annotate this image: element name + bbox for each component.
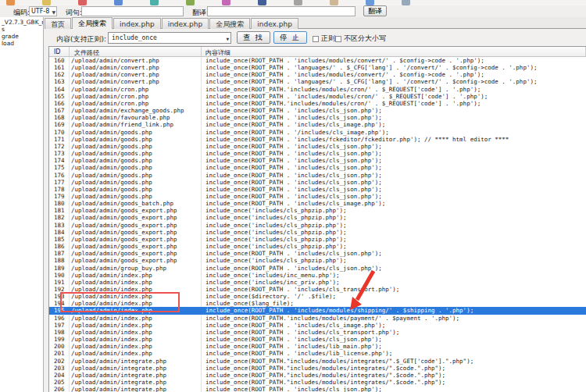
cell-path: /upload/admin/convert.php <box>70 64 202 71</box>
cell-path: /upload/admin/index.php <box>70 272 202 279</box>
cell-detail: include_once(ROOT_PATH.'includes/modules… <box>202 86 586 93</box>
table-row[interactable]: 166/upload/admin/cron.phpinclude_once(RO… <box>49 100 586 107</box>
cell-id: 170 <box>49 129 70 136</box>
toolbar-icon[interactable] <box>258 0 266 5</box>
table-row[interactable]: 171/upload/admin/goods.phpinclude_once(R… <box>49 136 586 143</box>
table-row[interactable]: 189/upload/admin/group_buy.phpinclude_on… <box>49 265 586 272</box>
table-row[interactable]: 206/upload/admin/integrate.phpinclude_on… <box>49 386 586 392</box>
cell-path: /upload/admin/goods.php <box>70 129 202 136</box>
cell-path: /upload/admin/friend_link.php <box>70 121 202 128</box>
tab-index.php[interactable]: index.php <box>162 18 209 29</box>
cell-path: /upload/admin/goods_export.php <box>70 229 202 236</box>
table-row[interactable]: 182/upload/admin/goods_export.phpinclude… <box>49 214 586 221</box>
table-row[interactable]: 196/upload/admin/index.phpinclude_once(R… <box>49 315 586 322</box>
table-row[interactable]: 202/upload/admin/integrate.phpinclude_on… <box>49 358 586 365</box>
tree-item[interactable]: load <box>0 40 43 47</box>
table-row[interactable]: 161/upload/admin/convert.phpinclude_once… <box>49 64 586 71</box>
table-row[interactable]: 201/upload/admin/index.phpinclude_once(R… <box>49 350 586 357</box>
table-row[interactable]: 205/upload/admin/integrate.phpinclude_on… <box>49 379 586 386</box>
tree-item[interactable]: grade <box>0 33 43 40</box>
table-row[interactable]: 174/upload/admin/goods.phpinclude_once(R… <box>49 157 586 164</box>
translate-input[interactable] <box>207 6 356 16</box>
toolbar-icon[interactable] <box>78 0 87 5</box>
table-row[interactable]: 195/upload/admin/index.phpinclude_once(R… <box>49 307 586 314</box>
header-detail[interactable]: 内容详细 <box>202 47 586 56</box>
table-row[interactable]: 188/upload/admin/goods_export.phpinclude… <box>49 257 586 264</box>
toolbar-icon[interactable] <box>366 0 374 5</box>
stop-button[interactable]: 停 止 <box>273 31 307 44</box>
table-row[interactable]: 173/upload/admin/goods.phpinclude_once(R… <box>49 150 586 157</box>
toolbar-icon[interactable] <box>150 0 159 5</box>
translate-button[interactable]: 翻译 <box>363 5 387 16</box>
table-row[interactable]: 176/upload/admin/goods.phpinclude_once(R… <box>49 172 586 179</box>
toolbar-icon[interactable] <box>222 0 230 5</box>
search-input[interactable]: include_once ▼ <box>108 32 231 44</box>
table-row[interactable]: 160/upload/admin/convert.phpinclude_once… <box>49 57 586 64</box>
table-row[interactable]: 181/upload/admin/goods_export.phpinclude… <box>49 207 586 214</box>
tab-首页[interactable]: 首页 <box>45 18 71 29</box>
table-row[interactable]: 184/upload/admin/goods_export.phpinclude… <box>49 229 586 236</box>
cell-id: 174 <box>49 157 70 164</box>
table-row[interactable]: 165/upload/admin/cron.phpinclude_once(RO… <box>49 93 586 100</box>
table-row[interactable]: 180/upload/admin/goods_batch.phpinclude_… <box>49 200 586 207</box>
file-tree-panel[interactable]: _V2.7.3_GBK_relesgradeload <box>0 17 44 392</box>
table-row[interactable]: 172/upload/admin/goods.phpinclude_once(R… <box>49 143 586 150</box>
regex-checkbox[interactable]: 正则 <box>313 34 335 44</box>
cell-id: 195 <box>49 307 70 314</box>
table-row[interactable]: 186/upload/admin/goods_export.phpinclude… <box>49 243 586 250</box>
tab-全局搜索[interactable]: 全局搜索 <box>209 18 250 29</box>
table-row[interactable]: 178/upload/admin/goods.phpinclude_once(R… <box>49 186 586 193</box>
cell-detail: include_once(ROOT_PATH . 'includes/modul… <box>202 307 586 314</box>
table-row[interactable]: 194/upload/admin/index.phpinclude_once($… <box>49 300 586 307</box>
toolbar-icon[interactable] <box>186 0 195 5</box>
table-row[interactable]: 191/upload/admin/index.phpinclude_once('… <box>49 279 586 286</box>
table-row[interactable]: 187/upload/admin/goods_export.phpinclude… <box>49 250 586 257</box>
table-row[interactable]: 200/upload/admin/index.phpinclude_once(R… <box>49 343 586 350</box>
table-row[interactable]: 169/upload/admin/friend_link.phpinclude_… <box>49 121 586 128</box>
toolbar-icon[interactable] <box>114 0 123 5</box>
tab-index.php[interactable]: index.php <box>251 18 298 29</box>
table-row[interactable]: 199/upload/admin/index.phpinclude_once(R… <box>49 336 586 343</box>
table-row[interactable]: 203/upload/admin/integrate.phpinclude_on… <box>49 365 586 372</box>
phrase-input[interactable] <box>81 6 184 16</box>
table-row[interactable]: 168/upload/admin/favourable.phpinclude_o… <box>49 114 586 121</box>
header-id[interactable]: ID <box>49 47 70 56</box>
toolbar-icon[interactable] <box>402 0 410 5</box>
toolbar-icon[interactable] <box>6 0 15 5</box>
tree-item[interactable]: s <box>0 26 43 33</box>
find-button[interactable]: 查 找 <box>237 31 270 44</box>
cell-detail: include_once(ROOT_PATH."includes/modules… <box>202 379 586 386</box>
table-row[interactable]: 204/upload/admin/integrate.phpinclude_on… <box>49 372 586 379</box>
table-row[interactable]: 185/upload/admin/goods_export.phpinclude… <box>49 236 586 243</box>
checkbox-icon[interactable] <box>313 36 319 42</box>
table-row[interactable]: 183/upload/admin/goods_export.phpinclude… <box>49 222 586 229</box>
table-row[interactable]: 179/upload/admin/goods.phpinclude_once(R… <box>49 193 586 200</box>
table-row[interactable]: 175/upload/admin/goods.phpinclude_once(R… <box>49 164 586 171</box>
table-row[interactable]: 167/upload/admin/exchange_goods.phpinclu… <box>49 107 586 114</box>
table-row[interactable]: 192/upload/admin/index.phpinclude_once(R… <box>49 286 586 293</box>
cell-detail: include_once('includes/cls_phpzip.php'); <box>202 214 586 221</box>
toolbar-icon[interactable] <box>330 0 338 5</box>
cell-id: 196 <box>49 315 70 322</box>
table-row[interactable]: 190/upload/admin/index.phpinclude_once('… <box>49 272 586 279</box>
tab-全局搜索[interactable]: 全局搜索 <box>72 17 113 29</box>
table-row[interactable]: 163/upload/admin/convert.phpinclude_once… <box>49 78 586 85</box>
table-row[interactable]: 177/upload/admin/goods.phpinclude_once(R… <box>49 179 586 186</box>
toolbar-icon[interactable] <box>42 0 51 5</box>
header-path[interactable]: 文件路径 <box>70 47 202 56</box>
cell-path: /upload/admin/goods.php <box>70 150 202 157</box>
toolbar-icon[interactable] <box>294 0 302 5</box>
table-row[interactable]: 193/upload/admin/index.phpinclude_once($… <box>49 293 586 300</box>
cell-path: /upload/admin/integrate.php <box>70 386 202 392</box>
table-row[interactable]: 198/upload/admin/index.phpinclude_once(R… <box>49 329 586 336</box>
ignore-case-checkbox[interactable]: 不区分大小写 <box>335 34 386 44</box>
table-row[interactable]: 162/upload/admin/convert.phpinclude_once… <box>49 71 586 78</box>
tree-item[interactable]: _V2.7.3_GBK_rele <box>0 19 43 26</box>
table-row[interactable]: 170/upload/admin/goods.phpinclude_once(R… <box>49 129 586 136</box>
table-row[interactable]: 164/upload/admin/cron.phpinclude_once(RO… <box>49 86 586 93</box>
checkbox-icon[interactable] <box>335 36 341 42</box>
tab-index.php[interactable]: index.php <box>113 18 161 29</box>
table-row[interactable]: 197/upload/admin/index.phpinclude_once(R… <box>49 322 586 329</box>
chevron-down-icon: ▼ <box>226 36 229 41</box>
encoding-select[interactable]: UTF-8 ▼ <box>29 6 57 16</box>
